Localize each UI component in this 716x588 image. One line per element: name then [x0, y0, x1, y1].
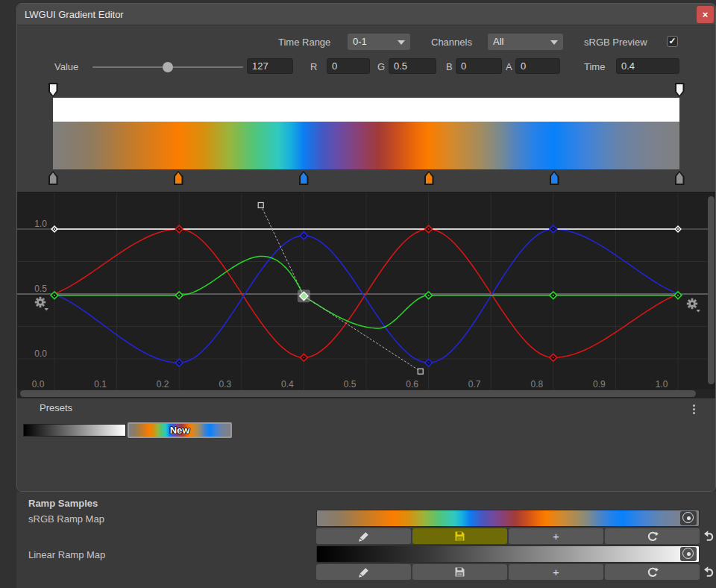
presets-title: Presets — [40, 402, 72, 413]
srgb-ramp-buttons: + — [316, 528, 700, 544]
x-tick-label: 0.4 — [281, 379, 294, 390]
x-tick-label: 0.1 — [94, 379, 107, 390]
refresh-icon — [647, 531, 659, 542]
x-tick-label: 0.3 — [219, 379, 231, 390]
edit-button[interactable] — [316, 528, 411, 544]
blue-curve-key[interactable] — [300, 232, 307, 240]
presets-menu-icon[interactable] — [688, 403, 699, 416]
tangent-handle[interactable] — [258, 202, 263, 207]
blue-curve-key[interactable] — [175, 359, 183, 366]
pencil-icon — [358, 531, 370, 542]
g-label: G — [377, 61, 385, 72]
value-field[interactable]: 127 — [247, 58, 293, 74]
chevron-down-icon — [550, 40, 558, 45]
red-curve-key[interactable] — [550, 354, 557, 361]
y-tick-label: 1.0 — [34, 219, 47, 229]
srgb-ramp-label: sRGB Ramp Map — [28, 513, 104, 525]
x-tick-label: 1.0 — [656, 379, 668, 390]
undo-icon[interactable] — [702, 528, 715, 542]
srgb-ramp-preview[interactable] — [316, 510, 700, 527]
color-stop-handle[interactable] — [550, 171, 559, 185]
object-picker-icon[interactable] — [680, 511, 697, 525]
add-button[interactable]: + — [509, 564, 603, 580]
curve-editor[interactable]: 0.00.10.20.30.40.50.60.70.80.91.01.00.50… — [17, 192, 715, 398]
save-button[interactable] — [412, 564, 507, 580]
gradient-preview-bar[interactable] — [53, 122, 679, 169]
linear-ramp-preview[interactable] — [316, 545, 700, 563]
alpha-curve-key[interactable] — [675, 226, 681, 232]
plus-icon: + — [553, 566, 559, 578]
value-label: Value — [54, 61, 78, 72]
srgb-preview-label: sRGB Preview — [584, 37, 647, 48]
preset-new-label: New — [129, 424, 230, 437]
green-curve-key[interactable] — [550, 292, 557, 299]
color-stop-handle[interactable] — [174, 171, 183, 185]
tangent-handle[interactable] — [418, 369, 423, 374]
value-slider-thumb[interactable] — [163, 62, 173, 72]
window-titlebar[interactable]: LWGUI Gradient Editor × — [17, 4, 715, 25]
floppy-save-icon — [454, 531, 465, 542]
color-stop-handle[interactable] — [424, 171, 434, 185]
red-curve-key[interactable] — [300, 354, 307, 361]
green-curve-key[interactable] — [425, 292, 433, 299]
r-label: R — [310, 61, 317, 72]
add-button[interactable]: + — [509, 528, 603, 544]
channels-dropdown[interactable]: All — [488, 34, 563, 50]
edit-button[interactable] — [316, 564, 411, 580]
x-tick-label: 0.0 — [32, 379, 45, 390]
g-field[interactable]: 0.5 — [389, 58, 436, 74]
time-label: Time — [584, 61, 605, 72]
x-tick-label: 0.5 — [344, 379, 357, 390]
green-curve-key[interactable] — [175, 292, 183, 299]
preset-grayscale-swatch[interactable] — [23, 424, 126, 437]
ramp-samples-title: Ramp Samples — [28, 498, 98, 509]
time-field[interactable]: 0.4 — [616, 58, 679, 74]
preset-new-swatch[interactable]: New — [128, 422, 232, 438]
blue-curve-key[interactable] — [550, 225, 557, 233]
alpha-stop-handle[interactable] — [675, 83, 685, 97]
refresh-button[interactable] — [605, 564, 700, 580]
x-tick-label: 0.6 — [406, 379, 418, 390]
window-title: LWGUI Gradient Editor — [25, 4, 124, 25]
x-tick-label: 0.9 — [593, 379, 606, 390]
alpha-curve-key[interactable] — [51, 226, 57, 232]
a-label: A — [506, 61, 512, 72]
channels-value: All — [493, 36, 503, 47]
vertical-scrollbar[interactable] — [708, 196, 715, 384]
channels-label: Channels — [431, 37, 472, 48]
object-picker-icon[interactable] — [680, 547, 697, 561]
alpha-preview-bar[interactable] — [53, 98, 679, 122]
color-stop-handle[interactable] — [48, 171, 58, 185]
srgb-preview-checkbox[interactable]: ✓ — [667, 36, 678, 47]
save-button[interactable] — [412, 528, 507, 544]
post-wrap-gear-icon[interactable] — [685, 295, 701, 313]
a-field[interactable]: 0 — [515, 58, 560, 74]
pencil-icon — [358, 566, 370, 578]
pre-wrap-gear-icon[interactable] — [33, 294, 49, 312]
y-tick-label: 0.0 — [34, 348, 47, 359]
close-button[interactable]: × — [697, 6, 714, 23]
refresh-button[interactable] — [605, 528, 700, 544]
refresh-icon — [647, 566, 659, 578]
time-range-value: 0-1 — [353, 36, 367, 47]
x-tick-label: 0.8 — [530, 379, 543, 390]
horizontal-scrollbar[interactable] — [20, 390, 696, 397]
plus-icon: + — [553, 530, 559, 542]
color-stop-handle[interactable] — [299, 171, 309, 185]
color-stop-handle[interactable] — [675, 171, 685, 185]
alpha-stop-handle[interactable] — [48, 83, 58, 97]
blue-curve-key[interactable] — [425, 359, 433, 366]
screen: LWGUI Gradient Editor × Time Range 0-1 C… — [0, 0, 716, 588]
red-curve-key[interactable] — [175, 225, 183, 233]
ramp-samples-panel: Ramp Samples sRGB Ramp Map + — [16, 492, 716, 588]
time-range-dropdown[interactable]: 0-1 — [348, 34, 410, 50]
red-curve-key[interactable] — [425, 225, 433, 233]
linear-ramp-buttons: + — [316, 564, 700, 580]
r-field[interactable]: 0 — [327, 58, 370, 74]
time-range-label: Time Range — [278, 37, 330, 48]
x-tick-label: 0.2 — [157, 379, 169, 390]
undo-icon[interactable] — [702, 564, 715, 578]
curve-canvas[interactable]: 0.00.10.20.30.40.50.60.70.80.91.01.00.50… — [17, 193, 708, 390]
chevron-down-icon — [398, 40, 405, 45]
b-field[interactable]: 0 — [456, 58, 502, 74]
